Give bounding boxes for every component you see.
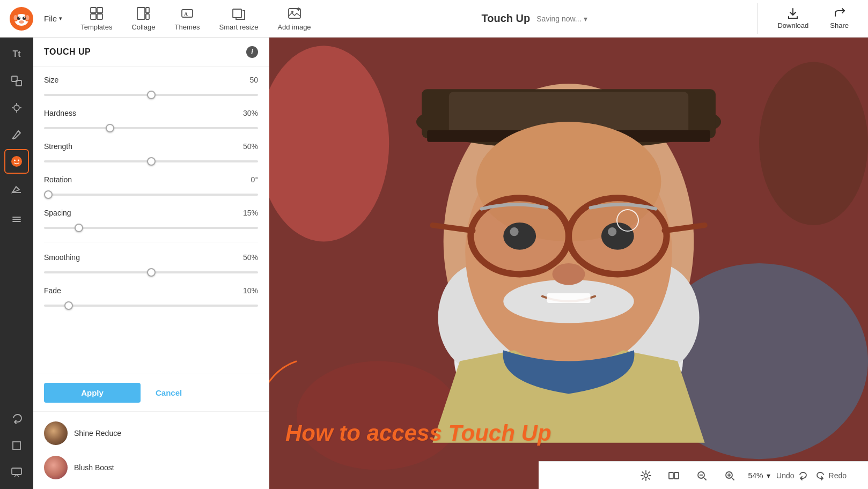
file-menu-button[interactable]: File ▾ bbox=[39, 11, 68, 26]
zoom-in-button[interactable] bbox=[720, 466, 739, 485]
download-icon bbox=[787, 8, 799, 19]
canvas-area[interactable]: How to access Touch Up 54% ▾ bbox=[269, 38, 868, 489]
svg-point-71 bbox=[553, 263, 585, 285]
top-bar: File ▾ Templates Collage A Themes Smart bbox=[0, 0, 868, 38]
redo-button[interactable]: Redo bbox=[816, 471, 847, 480]
nav-add-image[interactable]: Add image bbox=[269, 2, 319, 35]
svg-rect-40 bbox=[13, 442, 20, 449]
smoothing-value: 50% bbox=[243, 253, 258, 262]
svg-rect-12 bbox=[97, 8, 102, 13]
nav-collage[interactable]: Collage bbox=[123, 2, 164, 35]
strength-label: Strength bbox=[44, 142, 72, 151]
info-button[interactable]: i bbox=[246, 46, 258, 58]
blush-thumb bbox=[44, 456, 68, 479]
size-slider[interactable] bbox=[44, 94, 258, 96]
saving-text: Saving now... bbox=[536, 14, 581, 23]
sidebar-item-touchup[interactable] bbox=[4, 149, 29, 174]
sidebar-item-undo[interactable] bbox=[4, 406, 29, 431]
touch-up-item-blush[interactable]: Blush Boost bbox=[33, 450, 269, 485]
svg-point-4 bbox=[14, 15, 18, 20]
fade-slider[interactable] bbox=[44, 305, 258, 307]
apply-button[interactable]: Apply bbox=[44, 383, 141, 403]
sidebar-item-paint[interactable] bbox=[4, 122, 29, 147]
spacing-slider[interactable] bbox=[44, 227, 258, 229]
panel-actions: Apply Cancel bbox=[33, 374, 269, 411]
settings-tool-button[interactable] bbox=[636, 466, 656, 485]
sidebar-item-comment[interactable] bbox=[4, 460, 29, 485]
zoom-chevron-icon: ▾ bbox=[767, 471, 770, 480]
page-title: Touch Up bbox=[482, 12, 531, 25]
svg-rect-11 bbox=[91, 8, 96, 13]
hardness-slider-row: Hardness 30% bbox=[44, 109, 258, 131]
smoothing-label: Smoothing bbox=[44, 253, 80, 262]
icon-sidebar: Tt bbox=[0, 38, 33, 489]
svg-line-82 bbox=[732, 478, 734, 480]
svg-point-69 bbox=[510, 227, 518, 236]
logo-icon bbox=[9, 6, 34, 32]
svg-point-35 bbox=[18, 160, 19, 161]
sidebar-item-erase[interactable] bbox=[4, 176, 29, 201]
svg-rect-75 bbox=[674, 472, 679, 479]
svg-point-27 bbox=[14, 105, 19, 110]
zoom-display[interactable]: 54% ▾ bbox=[748, 471, 770, 480]
saving-chevron-icon: ▾ bbox=[584, 14, 587, 23]
touch-up-item-shine[interactable]: Shine Reduce bbox=[33, 416, 269, 450]
svg-point-67 bbox=[503, 223, 536, 250]
templates-icon bbox=[89, 6, 104, 21]
touch-up-panel: TOUCH UP i Size 50 Hardness 30% bbox=[33, 38, 269, 489]
themes-icon: A bbox=[180, 6, 195, 21]
smart-resize-label: Smart resize bbox=[219, 23, 258, 31]
share-button[interactable]: Share bbox=[819, 3, 859, 34]
face-icon bbox=[10, 155, 23, 168]
smoothing-slider[interactable] bbox=[44, 271, 258, 273]
size-value: 50 bbox=[249, 76, 258, 84]
spacing-slider-row: Spacing 15% bbox=[44, 209, 258, 231]
hardness-value: 30% bbox=[243, 109, 258, 117]
zoom-out-button[interactable] bbox=[692, 466, 711, 485]
strength-slider-row: Strength 50% bbox=[44, 142, 258, 165]
nav-themes[interactable]: A Themes bbox=[166, 2, 209, 35]
rotation-value: 0° bbox=[251, 175, 258, 184]
redo-label: Redo bbox=[829, 471, 847, 480]
nav-templates[interactable]: Templates bbox=[72, 2, 121, 35]
strength-slider[interactable] bbox=[44, 160, 258, 162]
add-image-icon bbox=[287, 6, 302, 21]
sidebar-item-crop[interactable] bbox=[4, 433, 29, 458]
svg-line-78 bbox=[704, 478, 706, 480]
redo-icon bbox=[816, 471, 826, 480]
undo-button[interactable]: Undo bbox=[776, 471, 807, 480]
svg-point-33 bbox=[11, 156, 22, 167]
smart-resize-icon bbox=[231, 6, 246, 21]
saving-status[interactable]: Saving now... ▾ bbox=[536, 14, 587, 23]
sidebar-item-resize[interactable] bbox=[4, 69, 29, 93]
flip-tool-button[interactable] bbox=[664, 466, 683, 485]
svg-point-8 bbox=[19, 17, 20, 18]
main-layout: Tt TOUCH UP i bbox=[0, 38, 868, 489]
rotation-slider-row: Rotation 0° bbox=[44, 175, 258, 198]
share-label: Share bbox=[830, 21, 849, 29]
top-right-actions: Download Share bbox=[757, 3, 859, 34]
nav-items: Templates Collage A Themes Smart resize … bbox=[72, 2, 319, 35]
hardness-slider[interactable] bbox=[44, 127, 258, 129]
svg-rect-20 bbox=[233, 9, 241, 18]
collage-icon bbox=[136, 6, 151, 21]
download-button[interactable]: Download bbox=[767, 3, 819, 34]
nav-smart-resize[interactable]: Smart resize bbox=[210, 2, 267, 35]
rotation-slider[interactable] bbox=[44, 194, 258, 196]
canvas-image: How to access Touch Up bbox=[269, 38, 868, 489]
shine-label: Shine Reduce bbox=[74, 429, 121, 438]
fade-label: Fade bbox=[44, 286, 61, 295]
size-slider-row: Size 50 bbox=[44, 76, 258, 98]
shine-thumb bbox=[44, 421, 68, 445]
fade-slider-row: Fade 10% bbox=[44, 286, 258, 309]
spacing-value: 15% bbox=[243, 209, 258, 217]
sidebar-item-effects[interactable] bbox=[4, 95, 29, 120]
sidebar-item-text[interactable]: Tt bbox=[4, 42, 29, 66]
svg-rect-13 bbox=[91, 14, 96, 19]
svg-point-10 bbox=[19, 20, 24, 24]
top-center: Touch Up Saving now... ▾ bbox=[320, 12, 749, 25]
slider-divider bbox=[44, 242, 258, 242]
download-label: Download bbox=[777, 21, 808, 29]
sidebar-item-more[interactable] bbox=[4, 207, 29, 232]
cancel-button[interactable]: Cancel bbox=[147, 383, 190, 403]
